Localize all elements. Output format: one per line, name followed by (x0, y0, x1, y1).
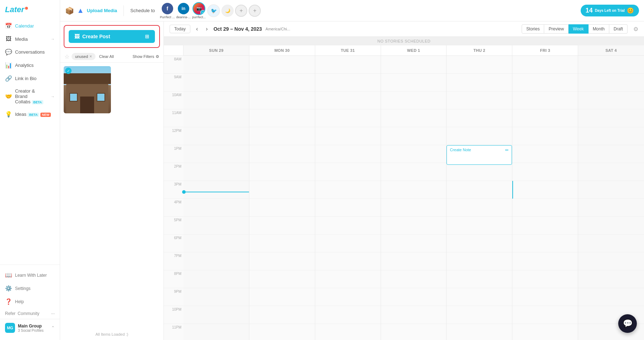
day-slot[interactable] (512, 74, 578, 92)
day-slot[interactable] (315, 252, 381, 270)
day-slot[interactable] (315, 74, 381, 92)
day-slot[interactable] (578, 181, 644, 199)
day-slot[interactable] (315, 181, 381, 199)
day-slot[interactable] (578, 199, 644, 217)
day-slot[interactable] (184, 181, 249, 199)
tab-month[interactable]: Month (589, 24, 609, 34)
day-slot[interactable] (381, 235, 447, 252)
day-slot[interactable] (578, 217, 644, 235)
day-slot[interactable] (512, 270, 578, 288)
day-slot[interactable] (315, 306, 381, 324)
next-week-button[interactable]: › (204, 25, 210, 33)
day-slot[interactable] (184, 74, 249, 92)
sidebar-item-conversations[interactable]: 💬 Conversations (0, 45, 60, 59)
day-slot[interactable] (315, 217, 381, 235)
day-slot[interactable] (447, 109, 512, 127)
sidebar-item-media[interactable]: 🖼 Media → (0, 33, 60, 45)
day-slot[interactable] (315, 199, 381, 217)
day-slot[interactable] (381, 270, 447, 288)
day-slot[interactable] (315, 145, 381, 163)
day-slot[interactable] (249, 288, 315, 306)
day-slot[interactable] (447, 288, 512, 306)
day-slot[interactable] (447, 252, 512, 270)
day-slot[interactable] (315, 92, 381, 109)
day-slot[interactable] (578, 252, 644, 270)
day-slot[interactable] (578, 92, 644, 109)
day-slot[interactable] (578, 288, 644, 306)
sidebar-refer[interactable]: Refer Community ··· (0, 308, 60, 319)
day-slot[interactable] (447, 199, 512, 217)
day-slot[interactable] (249, 217, 315, 235)
day-slot[interactable] (381, 217, 447, 235)
filter-remove-button[interactable]: × (89, 54, 92, 59)
day-slot[interactable] (184, 324, 249, 340)
day-slot[interactable] (249, 306, 315, 324)
day-slot[interactable] (315, 235, 381, 252)
day-slot[interactable] (447, 74, 512, 92)
add-profile-button-2[interactable]: + (249, 5, 261, 17)
day-slot[interactable] (249, 235, 315, 252)
day-slot[interactable] (381, 306, 447, 324)
day-slot[interactable] (249, 181, 315, 199)
day-slot[interactable] (381, 163, 447, 181)
tab-stories[interactable]: Stories (522, 24, 544, 34)
day-slot[interactable] (512, 127, 578, 145)
day-slot[interactable] (184, 92, 249, 109)
day-slot[interactable] (315, 324, 381, 340)
day-slot[interactable] (512, 306, 578, 324)
day-slot[interactable] (381, 92, 447, 109)
day-slot[interactable] (184, 235, 249, 252)
day-slot[interactable] (447, 235, 512, 252)
day-slot[interactable] (578, 127, 644, 145)
day-slot[interactable] (184, 252, 249, 270)
profile-avatar-twitter[interactable]: 🐦 (207, 4, 220, 17)
day-slot[interactable] (447, 324, 512, 340)
day-slot[interactable] (512, 288, 578, 306)
day-slot[interactable] (184, 217, 249, 235)
day-slot[interactable] (578, 56, 644, 74)
sidebar-item-link-in-bio[interactable]: 🔗 Link in Bio (0, 72, 60, 85)
day-slot[interactable] (381, 56, 447, 74)
day-slot[interactable] (249, 74, 315, 92)
day-slot[interactable] (249, 252, 315, 270)
day-slot[interactable] (381, 109, 447, 127)
day-slot[interactable] (447, 306, 512, 324)
day-slot[interactable] (249, 199, 315, 217)
day-slot[interactable] (381, 181, 447, 199)
create-post-button[interactable]: 🖼 Create Post ⊞ (69, 30, 155, 43)
day-slot[interactable] (512, 252, 578, 270)
day-slot[interactable] (381, 74, 447, 92)
day-slot[interactable] (512, 181, 578, 199)
profile-avatar-instagram[interactable]: 📷 ✓ (192, 2, 205, 15)
day-slot[interactable] (512, 92, 578, 109)
tab-week[interactable]: Week (569, 24, 588, 34)
day-slot[interactable] (578, 145, 644, 163)
day-slot[interactable] (578, 74, 644, 92)
day-slot[interactable] (184, 109, 249, 127)
day-slot[interactable] (249, 145, 315, 163)
tab-preview[interactable]: Preview (544, 24, 569, 34)
calendar-settings-icon[interactable]: ⚙ (633, 26, 638, 33)
today-button[interactable]: Today (170, 25, 190, 33)
day-slot[interactable] (447, 270, 512, 288)
day-slot[interactable] (512, 56, 578, 74)
day-slot[interactable] (315, 56, 381, 74)
day-slot[interactable] (512, 217, 578, 235)
day-slot[interactable] (381, 199, 447, 217)
create-note-box[interactable]: Create Note✏ (447, 145, 512, 165)
day-slot[interactable] (184, 306, 249, 324)
chat-button[interactable]: 💬 (618, 314, 637, 333)
profile-avatar-facebook[interactable]: f (161, 2, 174, 15)
day-slot[interactable] (249, 324, 315, 340)
day-slot[interactable] (578, 235, 644, 252)
day-slot[interactable] (184, 270, 249, 288)
workspace-switcher[interactable]: MG Main Group 3 Social Profiles ⌃ (0, 319, 60, 336)
sidebar-item-settings[interactable]: ⚙️ Settings (0, 282, 60, 295)
day-slot[interactable] (315, 109, 381, 127)
day-slot[interactable] (184, 56, 249, 74)
day-slot[interactable] (512, 235, 578, 252)
day-slot[interactable] (512, 163, 578, 181)
profile-purrfect-ig[interactable]: 📷 ✓ purrfect... (192, 2, 206, 19)
day-slot[interactable] (249, 270, 315, 288)
day-slot[interactable] (381, 127, 447, 145)
